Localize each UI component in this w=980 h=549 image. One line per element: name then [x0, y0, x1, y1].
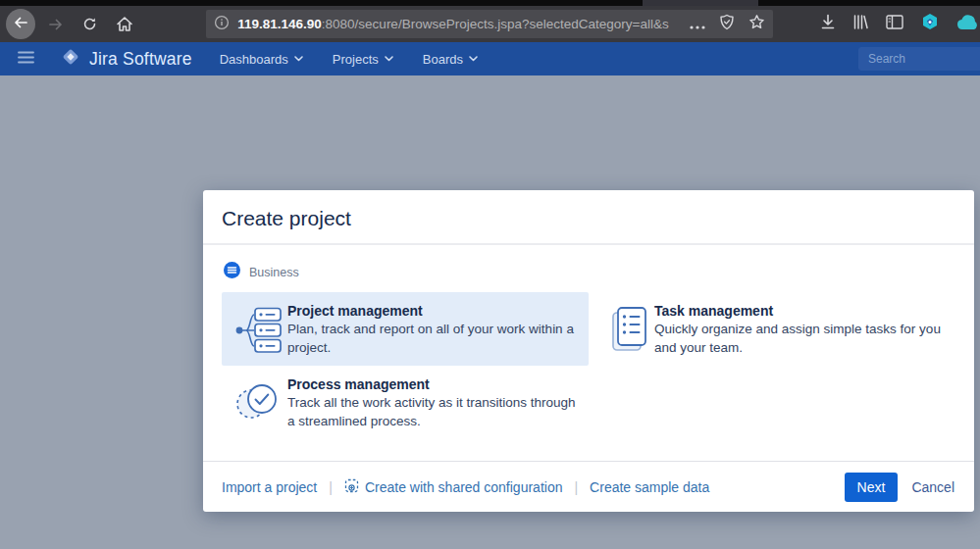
url-host: 119.81.146.90: [237, 17, 322, 31]
back-button[interactable]: [6, 9, 35, 39]
option-description: Quickly organize and assign simple tasks…: [654, 321, 946, 358]
option-description: Plan, track and report on all of your wo…: [287, 321, 579, 358]
option-title: Project management: [287, 303, 579, 319]
info-icon[interactable]: [214, 15, 230, 34]
option-description: Track all the work activity as it transi…: [287, 394, 579, 431]
category-row: Business: [224, 262, 956, 282]
jira-logo-text: Jira Software: [89, 49, 192, 70]
project-type-options: Project management Plan, track and repor…: [222, 292, 956, 439]
chevron-down-icon: [385, 56, 393, 62]
jira-logo[interactable]: Jira Software: [60, 46, 192, 72]
url-text: 119.81.146.90:8080/secure/BrowseProjects…: [237, 17, 682, 31]
cloud-icon[interactable]: [956, 15, 980, 34]
dialog-header: Create project: [203, 190, 974, 245]
create-sample-data-link[interactable]: Create sample data: [590, 479, 709, 495]
dialog-body: Business: [203, 245, 974, 461]
nav-item-projects[interactable]: Projects: [333, 52, 393, 67]
back-icon: [13, 15, 28, 34]
url-path: :8080/secure/BrowseProjects.jspa?selecte…: [322, 17, 669, 31]
option-task-management[interactable]: Task management Quickly organize and ass…: [589, 292, 955, 366]
task-list-icon: [601, 305, 650, 360]
hierarchy-icon: [234, 305, 284, 360]
home-icon: [116, 16, 133, 32]
business-circle-list-icon: [224, 262, 240, 282]
nav-items: Dashboards Projects Boards: [220, 52, 478, 67]
jira-navbar: Jira Software Dashboards Projects Boards: [0, 42, 980, 75]
footer-separator: |: [329, 479, 333, 495]
next-button[interactable]: Next: [845, 473, 899, 502]
hamburger-menu-icon[interactable]: [18, 50, 34, 68]
search-input[interactable]: [858, 47, 980, 71]
dialog-title: Create project: [222, 207, 954, 230]
overflow-dots-icon[interactable]: [690, 16, 705, 33]
category-label: Business: [249, 266, 299, 279]
reload-button[interactable]: [75, 10, 104, 39]
home-button[interactable]: [110, 10, 139, 39]
chevron-down-icon: [294, 56, 303, 62]
shared-config-icon: [344, 478, 359, 496]
create-project-dialog: Create project Business: [203, 190, 974, 512]
dialog-footer: Import a project | Create with shared co…: [203, 461, 974, 512]
option-title: Process management: [287, 376, 579, 392]
option-project-management[interactable]: Project management Plan, track and repor…: [222, 292, 589, 366]
option-process-management[interactable]: Process management Track all the work ac…: [222, 366, 589, 439]
extension-hexagon-icon[interactable]: [920, 13, 940, 36]
footer-separator: |: [574, 479, 578, 495]
jira-diamond-icon: [60, 46, 81, 72]
nav-item-boards[interactable]: Boards: [423, 52, 478, 67]
reload-icon: [81, 16, 98, 32]
option-title: Task management: [654, 303, 946, 319]
download-icon[interactable]: [820, 14, 836, 34]
process-check-icon: [234, 378, 284, 429]
star-icon[interactable]: [748, 14, 765, 34]
create-shared-config-link[interactable]: Create with shared configuration: [344, 478, 563, 496]
forward-button[interactable]: [41, 10, 71, 39]
import-project-link[interactable]: Import a project: [222, 479, 317, 495]
chevron-down-icon: [469, 56, 478, 62]
sidebar-icon[interactable]: [886, 15, 903, 33]
page-background: Create project Business: [0, 75, 980, 549]
forward-icon: [48, 17, 64, 32]
nav-item-dashboards[interactable]: Dashboards: [220, 52, 303, 67]
shield-icon[interactable]: [719, 14, 735, 34]
cancel-button[interactable]: Cancel: [911, 479, 954, 495]
url-bar[interactable]: 119.81.146.90:8080/secure/BrowseProjects…: [206, 10, 773, 38]
library-icon[interactable]: [852, 14, 869, 34]
browser-toolbar: 119.81.146.90:8080/secure/BrowseProjects…: [0, 6, 980, 42]
